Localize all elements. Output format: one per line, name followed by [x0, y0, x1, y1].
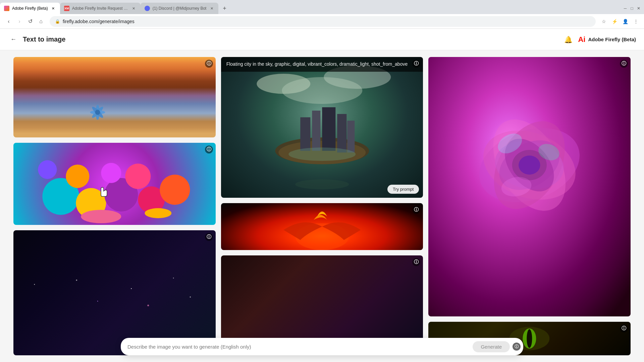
- prompt-overlay: Floating city in the sky, graphic, digit…: [221, 57, 423, 72]
- back-button[interactable]: ←: [8, 34, 19, 45]
- tab-close-discord[interactable]: ✕: [209, 6, 214, 11]
- svg-point-12: [125, 164, 151, 189]
- flower-svg: [84, 97, 111, 127]
- generate-info-icon[interactable]: ⓘ: [513, 343, 521, 351]
- landscape-image-card[interactable]: ⓘ: [13, 57, 216, 137]
- address-bar[interactable]: 🔒 firefly.adobe.com/generate/images: [50, 16, 596, 27]
- svg-point-33: [288, 147, 356, 161]
- tab-label-firefly: Adobe Firefly (Beta): [12, 6, 48, 11]
- space-bg: [13, 230, 216, 355]
- space-image-card[interactable]: ⓘ: [13, 230, 216, 355]
- svg-point-22: [147, 305, 149, 306]
- page-title: Text to image: [23, 36, 65, 43]
- balls-image-card[interactable]: ⓘ: [13, 143, 216, 225]
- tab-close-firefly[interactable]: ✕: [51, 6, 56, 11]
- rose-svg: [428, 57, 631, 316]
- svg-point-10: [66, 165, 89, 188]
- generate-input[interactable]: [127, 344, 473, 350]
- svg-point-11: [101, 163, 121, 183]
- notification-icon[interactable]: 🔔: [564, 36, 573, 44]
- url-text: firefly.adobe.com/generate/images: [63, 19, 590, 24]
- svg-rect-28: [300, 117, 310, 151]
- generate-button[interactable]: Generate: [473, 341, 510, 352]
- rose-bg: [428, 57, 631, 316]
- header-right: 🔔 Ai Adobe Firefly (Beta): [564, 35, 636, 44]
- floating-city-card[interactable]: Floating city in the sky, graphic, digit…: [221, 57, 423, 198]
- try-prompt-label: Try prompt: [393, 187, 414, 192]
- fire-bg: [221, 203, 423, 250]
- svg-point-4: [95, 110, 100, 115]
- app-header: ← Text to image 🔔 Ai Adobe Firefly (Beta…: [0, 29, 644, 50]
- svg-point-9: [160, 175, 190, 205]
- menu-icon[interactable]: ⋮: [632, 17, 640, 25]
- rose-image-card[interactable]: ⓘ: [428, 57, 631, 316]
- svg-point-20: [190, 296, 191, 298]
- svg-point-25: [282, 77, 362, 104]
- minimize-button[interactable]: ─: [623, 6, 628, 11]
- image-grid: ⓘ: [13, 57, 631, 355]
- info-button-rose[interactable]: ⓘ: [620, 60, 628, 68]
- forward-nav-button[interactable]: ›: [15, 17, 24, 26]
- landscape-bg: [13, 57, 216, 137]
- tab-discord[interactable]: (1) Discord | @Midjourney Bot ✕: [141, 3, 219, 14]
- svg-point-18: [131, 288, 132, 289]
- grid-column-1: ⓘ: [13, 57, 216, 355]
- prompt-text: Floating city in the sky, graphic, digit…: [226, 61, 408, 67]
- extensions-icon[interactable]: ⚡: [610, 17, 619, 25]
- back-arrow-icon: ←: [10, 36, 16, 43]
- city-bg: [221, 57, 423, 198]
- nav-right-icons: ☆ ⚡ 👤 ⋮: [600, 17, 640, 25]
- home-button[interactable]: ⌂: [36, 17, 46, 26]
- main-content: ⓘ: [0, 50, 644, 362]
- svg-point-16: [34, 284, 35, 285]
- maximize-button[interactable]: □: [629, 6, 635, 11]
- balls-bg: [13, 143, 216, 225]
- tab-favicon-xm: XM: [64, 6, 69, 11]
- browser-chrome: Adobe Firefly (Beta) ✕ XM Adobe Firefly …: [0, 0, 644, 29]
- tab-xm[interactable]: XM Adobe Firefly Invite Request For... ✕: [60, 3, 141, 14]
- grid-column-2: Floating city in the sky, graphic, digit…: [221, 57, 423, 355]
- adobe-icon: Ai: [578, 35, 585, 44]
- info-button-space[interactable]: ⓘ: [205, 233, 213, 241]
- info-button-balls[interactable]: ⓘ: [205, 145, 213, 154]
- svg-rect-29: [312, 111, 320, 151]
- nav-bar: ‹ › ↺ ⌂ 🔒 firefly.adobe.com/generate/ima…: [0, 14, 644, 29]
- generate-bar-wrapper: Generate ⓘ: [0, 338, 644, 355]
- close-window-button[interactable]: ✕: [636, 6, 641, 11]
- info-button-landscape[interactable]: ⓘ: [205, 60, 213, 68]
- lock-icon: 🔒: [55, 19, 60, 24]
- generate-bar: Generate ⓘ: [121, 338, 523, 355]
- info-button-cat[interactable]: ⓘ: [620, 324, 628, 333]
- svg-point-21: [97, 301, 98, 302]
- bookmarks-icon[interactable]: ☆: [600, 17, 608, 25]
- svg-point-19: [173, 278, 174, 279]
- profile-icon[interactable]: 👤: [621, 17, 629, 25]
- tab-favicon-firefly: [4, 6, 9, 11]
- tab-label-xm: Adobe Firefly Invite Request For...: [72, 6, 128, 11]
- refresh-button[interactable]: ↺: [25, 17, 35, 26]
- space-stars: [13, 230, 216, 355]
- tab-close-xm[interactable]: ✕: [131, 6, 137, 11]
- adobe-logo-text: Adobe Firefly (Beta): [588, 37, 636, 42]
- adobe-logo: Ai Adobe Firefly (Beta): [578, 35, 636, 44]
- city-svg: [221, 57, 423, 198]
- tab-favicon-discord: [145, 6, 150, 11]
- svg-point-44: [519, 156, 540, 175]
- svg-rect-30: [322, 107, 335, 151]
- svg-point-34: [295, 179, 349, 189]
- svg-point-13: [38, 160, 57, 179]
- new-tab-button[interactable]: +: [220, 4, 229, 13]
- generate-button-label: Generate: [481, 344, 502, 350]
- tab-firefly[interactable]: Adobe Firefly (Beta) ✕: [0, 3, 60, 14]
- tab-bar-right: ─ □ ✕: [623, 6, 644, 11]
- svg-point-15: [145, 208, 171, 218]
- svg-rect-32: [347, 121, 355, 153]
- tab-label-discord: (1) Discord | @Midjourney Bot: [153, 6, 207, 11]
- svg-point-17: [76, 280, 77, 281]
- grid-column-3: ⓘ ⓘ: [428, 57, 631, 355]
- svg-point-14: [81, 210, 121, 223]
- tab-bar: Adobe Firefly (Beta) ✕ XM Adobe Firefly …: [0, 0, 644, 14]
- fire-creature-card[interactable]: ⓘ: [221, 203, 423, 250]
- back-nav-button[interactable]: ‹: [4, 17, 13, 26]
- try-prompt-button[interactable]: Try prompt: [387, 185, 419, 194]
